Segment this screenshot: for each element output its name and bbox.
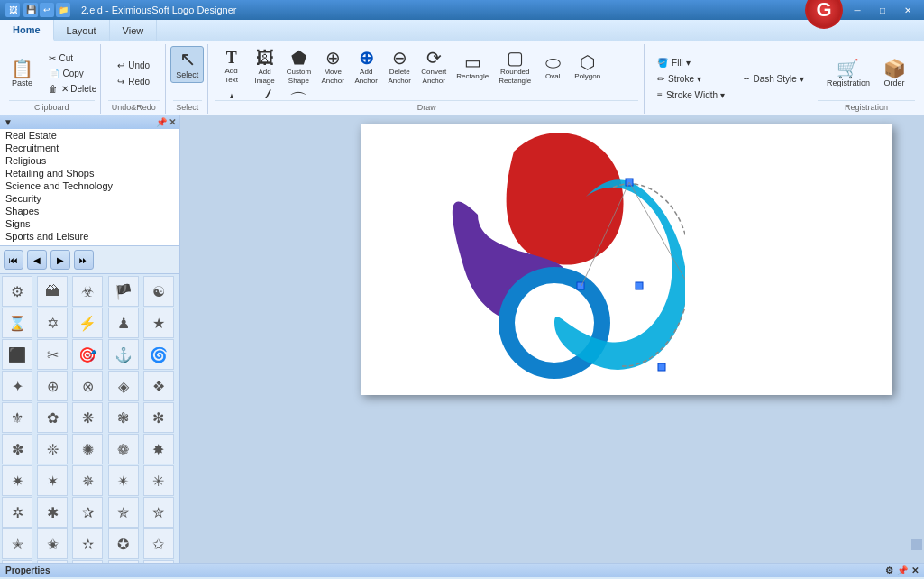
icon-cell[interactable]: ✦ [2, 371, 32, 401]
icon-cell[interactable]: ✯ [108, 497, 139, 528]
folder-icon[interactable]: 📁 [56, 3, 70, 17]
canvas-area[interactable] [180, 115, 924, 563]
convert-anchor-button[interactable]: ⟳ ConvertAnchor [416, 46, 451, 87]
copy-button[interactable]: 📄 Copy [44, 67, 102, 80]
tab-view[interactable]: View [110, 20, 158, 41]
rounded-rectangle-button[interactable]: ▢ RoundedRectangle [494, 46, 535, 87]
xdelete-button[interactable]: 🗑 ✕ Delete [44, 82, 102, 96]
icon-cell[interactable]: ❊ [37, 434, 68, 464]
icon-cell[interactable]: ✩ [143, 528, 174, 559]
line-button[interactable]: ╱ Line [249, 88, 281, 98]
icon-cell[interactable]: ✡ [37, 308, 68, 338]
icon-cell[interactable]: 🎯 [72, 339, 103, 370]
properties-settings-icon[interactable]: ⚙ [885, 565, 893, 575]
icon-cell[interactable]: ⊗ [72, 371, 103, 401]
stroke-dropdown[interactable]: ✏ Stroke ▾ [653, 72, 729, 86]
order-button[interactable]: 📦 Order [878, 57, 910, 90]
icon-cell[interactable]: ✥ [72, 560, 103, 563]
icon-cell[interactable]: ❃ [108, 402, 139, 433]
category-item[interactable]: Retailing and Shops [0, 167, 179, 179]
category-item[interactable]: Signs [0, 217, 179, 230]
icon-cell[interactable]: ✤ [108, 560, 139, 563]
resize-handle[interactable] [911, 539, 922, 550]
category-item[interactable]: Sports and Leisure [0, 230, 179, 243]
icon-cell[interactable]: ♟ [108, 308, 139, 338]
icon-cell[interactable]: ✽ [2, 434, 32, 464]
category-item[interactable]: Shapes [0, 205, 179, 217]
stroke-width-dropdown[interactable]: ≡ Stroke Width ▾ [653, 88, 729, 102]
icon-cell[interactable]: ✵ [72, 465, 103, 496]
media-last-button[interactable]: ⏭ [74, 250, 94, 270]
icon-cell[interactable]: ✪ [108, 528, 139, 559]
icon-cell[interactable]: 🏴 [108, 276, 139, 307]
category-item[interactable]: Religious [0, 154, 179, 167]
panel-pin-icon[interactable]: 📌 [156, 117, 167, 127]
icon-cell[interactable]: ⚙ [2, 276, 32, 307]
icon-cell[interactable]: ✺ [72, 434, 103, 464]
icon-cell[interactable]: ✶ [37, 465, 68, 496]
icon-cell[interactable]: ✳ [143, 465, 174, 496]
fill-dropdown[interactable]: 🪣 Fill ▾ [653, 56, 729, 69]
icon-cell[interactable]: ✷ [2, 465, 32, 496]
paste-button[interactable]: 📋 Paste [3, 57, 42, 90]
icon-cell[interactable]: ★ [143, 308, 174, 338]
icon-cell[interactable]: ✸ [143, 434, 174, 464]
properties-close-icon[interactable]: ✕ [911, 565, 919, 575]
icon-cell[interactable]: ❖ [143, 371, 174, 401]
icon-cell[interactable]: ❋ [72, 402, 103, 433]
icon-cell[interactable]: ✂ [37, 339, 68, 370]
delete-anchor-button[interactable]: ⊖ DeleteAnchor [383, 46, 416, 87]
canvas-scroll[interactable] [180, 115, 924, 563]
icon-cell[interactable]: ☣ [72, 276, 103, 307]
properties-pin-icon[interactable]: 📌 [897, 565, 908, 575]
select-button[interactable]: ↖ Select [170, 46, 204, 83]
icon-cell[interactable]: 🏔 [37, 276, 68, 307]
rectangle-button[interactable]: ▭ Rectangle [452, 51, 493, 83]
icon-cell[interactable]: ⊕ [37, 371, 68, 401]
icon-cell[interactable]: ⚜ [2, 402, 32, 433]
star-button[interactable]: ★ Star [215, 88, 248, 98]
icon-cell[interactable]: ✱ [37, 497, 68, 528]
drawing-canvas[interactable] [361, 124, 892, 395]
tab-layout[interactable]: Layout [54, 20, 110, 41]
media-play-button[interactable]: ▶ [50, 250, 70, 270]
icon-cell[interactable]: ⚡ [72, 308, 103, 338]
media-prev-button[interactable]: ◀ [27, 250, 47, 270]
add-text-button[interactable]: T AddText [215, 47, 248, 87]
icon-cell[interactable]: ✭ [2, 528, 32, 559]
category-item[interactable]: Recruitment [0, 142, 179, 154]
icon-cell[interactable]: ✲ [2, 497, 32, 528]
icon-cell[interactable]: ✬ [37, 528, 68, 559]
undo-button[interactable]: ↩ Undo [113, 59, 154, 72]
icon-cell[interactable]: ✴ [108, 465, 139, 496]
icon-cell[interactable]: ✦ [37, 560, 68, 563]
icon-cell[interactable]: ✮ [143, 497, 174, 528]
tab-home[interactable]: Home [0, 20, 54, 41]
dash-style-dropdown[interactable]: ╌ Dash Style ▾ [739, 72, 808, 86]
close-button[interactable]: ✕ [897, 3, 919, 17]
category-item[interactable]: Security [0, 192, 179, 205]
cut-button[interactable]: ✂ Cut [44, 51, 102, 65]
icon-cell[interactable]: ✣ [143, 560, 174, 563]
save-icon[interactable]: 💾 [23, 3, 38, 17]
maximize-button[interactable]: □ [872, 3, 893, 17]
add-image-button[interactable]: 🖼 AddImage [249, 46, 281, 87]
icon-cell[interactable]: ⬛ [2, 339, 32, 370]
icon-cell[interactable]: 🌀 [143, 339, 174, 370]
app-icon[interactable]: 🖼 [5, 3, 20, 17]
icon-cell[interactable]: ⚓ [108, 339, 139, 370]
registration-button[interactable]: 🛒 Registration [822, 57, 874, 90]
undo-icon[interactable]: ↩ [40, 3, 54, 17]
icon-cell[interactable]: ◈ [108, 371, 139, 401]
icon-cell[interactable]: ✧ [2, 560, 32, 563]
icon-cell[interactable]: ✻ [143, 402, 174, 433]
media-first-button[interactable]: ⏮ [4, 250, 23, 270]
arc-button[interactable]: ⌒ Arc [282, 88, 315, 98]
category-list[interactable]: Real EstateRecruitmentReligiousRetailing… [0, 129, 179, 246]
add-anchor-button[interactable]: ⊕ AddAnchor [350, 46, 382, 87]
custom-shape-button[interactable]: ⬟ CustomShape [282, 46, 316, 87]
icon-cell[interactable]: ☯ [143, 276, 174, 307]
oval-button[interactable]: ⬭ Oval [536, 51, 569, 83]
move-anchor-button[interactable]: ⊕ MoveAnchor [316, 46, 349, 87]
icon-cell[interactable]: ❁ [108, 434, 139, 464]
